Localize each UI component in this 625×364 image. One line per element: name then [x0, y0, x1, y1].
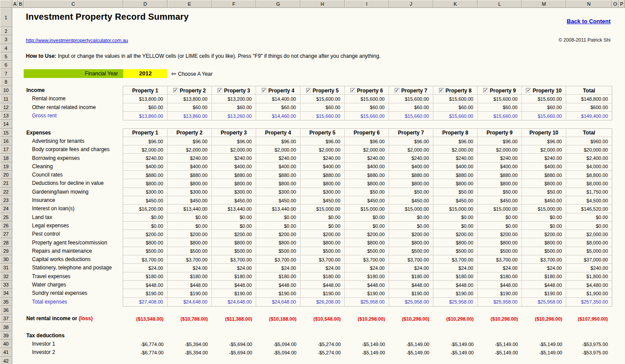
row-header-7[interactable]: 7 [0, 69, 12, 78]
value-cell[interactable]: $880.00 [256, 171, 300, 179]
value-cell[interactable]: $96.00 [256, 137, 300, 145]
value-cell[interactable]: -$6,774.00 [123, 340, 168, 348]
row-header-14[interactable]: 14 [0, 120, 12, 128]
value-cell[interactable]: $25,958.00 [389, 298, 433, 306]
row-header-19[interactable]: 19 [0, 163, 12, 171]
value-cell[interactable]: $200.00 [300, 230, 345, 238]
income-column-header-cell[interactable]: Property 1 [123, 86, 168, 95]
value-cell[interactable]: $25,958.00 [522, 298, 566, 306]
value-cell[interactable]: $240.00 [433, 154, 478, 162]
value-cell[interactable]: $448.00 [256, 281, 300, 289]
row-header-39[interactable]: 39 [0, 332, 12, 340]
value-cell[interactable]: $13,440.00 [168, 205, 212, 213]
row-header-15[interactable]: 15 [0, 129, 12, 137]
value-cell[interactable]: $13,860.00 [168, 112, 212, 120]
value-cell[interactable]: $240.00 [566, 264, 612, 272]
expenses-column-header-cell[interactable]: Property 8 [433, 129, 478, 137]
value-cell[interactable]: $15,600.00 [522, 95, 566, 103]
value-cell[interactable]: $0.00 [256, 213, 300, 222]
value-cell[interactable]: $960.00 [566, 137, 612, 145]
value-cell[interactable]: $24.00 [256, 264, 300, 272]
value-cell[interactable]: $13,200.00 [212, 95, 256, 103]
value-cell[interactable]: $500.00 [389, 247, 433, 255]
value-cell[interactable]: $200.00 [123, 230, 168, 238]
value-cell[interactable]: $190.00 [389, 289, 433, 297]
value-cell[interactable]: $25,958.00 [345, 298, 389, 306]
value-cell[interactable]: $15,660.00 [389, 112, 433, 120]
value-cell[interactable]: $24.00 [433, 264, 478, 272]
value-cell[interactable]: $800.00 [345, 179, 389, 187]
value-cell[interactable]: $13,440.00 [212, 205, 256, 213]
value-cell[interactable]: -$5,274.00 [300, 340, 345, 348]
income-column-header-cell[interactable]: Property 10 [522, 86, 566, 95]
back-to-content-link[interactable]: Back to Content [567, 18, 611, 25]
value-cell[interactable]: $400.00 [256, 163, 300, 171]
value-cell[interactable]: $180.00 [389, 272, 433, 281]
value-cell[interactable]: $3,700.00 [478, 255, 522, 264]
income-column-header-cell[interactable]: Property 9 [478, 86, 522, 95]
value-cell[interactable]: $0.00 [300, 222, 345, 230]
value-cell[interactable]: -$5,149.00 [522, 340, 566, 348]
value-cell[interactable]: -$5,149.00 [389, 348, 433, 357]
checked-checkbox-icon[interactable] [395, 88, 400, 93]
value-cell[interactable]: $60.00 [433, 103, 478, 112]
column-header-J[interactable]: J [389, 0, 433, 8]
expenses-column-header-cell[interactable]: Property 6 [345, 129, 389, 137]
website-link[interactable]: http://www.investmentpropertycalculator.… [26, 38, 128, 43]
value-cell[interactable]: $200.00 [168, 230, 212, 238]
value-cell[interactable]: ($11,388.00) [212, 315, 256, 323]
value-cell[interactable]: $500.00 [212, 247, 256, 255]
value-cell[interactable]: $16,200.00 [123, 205, 168, 213]
financial-year-input-cell[interactable]: 2012 [123, 69, 168, 78]
value-cell[interactable]: $0.00 [478, 213, 522, 222]
value-cell[interactable]: -$5,149.00 [389, 340, 433, 348]
expenses-column-header-cell[interactable]: Property 3 [212, 129, 256, 137]
row-header-27[interactable]: 27 [0, 230, 12, 238]
value-cell[interactable]: $500.00 [478, 247, 522, 255]
row-header-38[interactable]: 38 [0, 323, 12, 331]
value-cell[interactable]: $14,400.00 [256, 95, 300, 103]
checked-checkbox-icon[interactable] [350, 88, 355, 93]
value-cell[interactable]: $0.00 [123, 222, 168, 230]
value-cell[interactable]: $180.00 [478, 272, 522, 281]
row-header-21[interactable]: 21 [0, 179, 12, 187]
value-cell[interactable]: $0.00 [212, 213, 256, 222]
value-cell[interactable]: -$5,394.00 [168, 340, 212, 348]
row-header-26[interactable]: 26 [0, 222, 12, 230]
select-all-corner[interactable] [0, 0, 12, 8]
value-cell[interactable]: ($10,788.00) [168, 315, 212, 323]
value-cell[interactable]: -$53,975.00 [566, 348, 612, 357]
value-cell[interactable]: $880.00 [300, 171, 345, 179]
value-cell[interactable]: $4,500.00 [566, 196, 612, 205]
column-header-O[interactable]: O [612, 0, 619, 8]
expenses-column-header-cell[interactable]: Property 10 [522, 129, 566, 137]
value-cell[interactable]: $180.00 [300, 272, 345, 281]
value-cell[interactable]: $180.00 [522, 272, 566, 281]
value-cell[interactable]: $24,648.00 [168, 298, 212, 306]
value-cell[interactable]: $400.00 [389, 163, 433, 171]
value-cell[interactable]: $3,700.00 [168, 255, 212, 264]
row-header-28[interactable]: 28 [0, 238, 12, 247]
row-header-29[interactable]: 29 [0, 247, 12, 255]
value-cell[interactable]: $50.00 [389, 188, 433, 196]
value-cell[interactable]: $14,460.00 [256, 112, 300, 120]
row-header-13[interactable]: 13 [0, 112, 12, 120]
value-cell[interactable]: $15,600.00 [433, 95, 478, 103]
value-cell[interactable]: ($10,548.00) [300, 315, 345, 323]
value-cell[interactable]: $0.00 [433, 213, 478, 222]
value-cell[interactable]: $190.00 [123, 289, 168, 297]
value-cell[interactable]: $450.00 [123, 196, 168, 205]
value-cell[interactable]: $800.00 [123, 238, 168, 247]
value-cell[interactable]: $96.00 [478, 137, 522, 145]
column-header-D[interactable]: D [123, 0, 168, 8]
value-cell[interactable]: $800.00 [168, 238, 212, 247]
value-cell[interactable]: -$5,149.00 [478, 340, 522, 348]
value-cell[interactable]: $450.00 [168, 196, 212, 205]
checked-checkbox-icon[interactable] [306, 88, 311, 93]
value-cell[interactable]: $190.00 [433, 289, 478, 297]
value-cell[interactable]: $800.00 [345, 238, 389, 247]
expenses-column-header-cell[interactable]: Total [566, 129, 612, 137]
value-cell[interactable]: $880.00 [123, 171, 168, 179]
value-cell[interactable]: $190.00 [256, 289, 300, 297]
checked-checkbox-icon[interactable] [483, 88, 488, 93]
